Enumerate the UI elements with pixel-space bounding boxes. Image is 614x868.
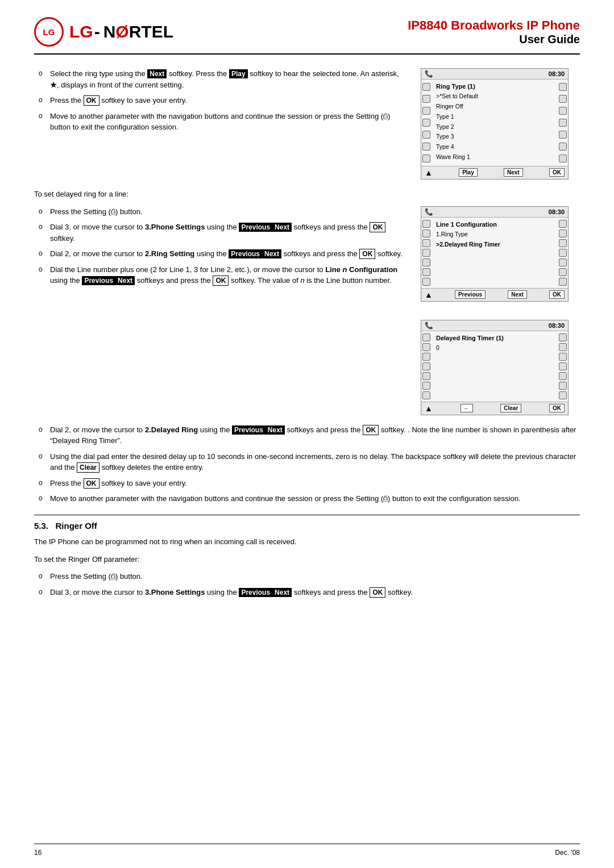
- side-btn: [422, 95, 430, 103]
- lg-logo: LG: [34, 17, 64, 47]
- main-left-col: Press the Setting (⎙) button. Dial 3, or…: [34, 206, 404, 424]
- phone-left-btns-1: [421, 80, 432, 166]
- phone-screen-3: Delayed Ring Timer (1) 0: [421, 331, 568, 402]
- side-btn: [559, 333, 567, 341]
- phone-bottom-bar-1: ▲ Play Next OK: [421, 166, 568, 179]
- brand-separator: -: [94, 22, 100, 41]
- side-btn: [559, 155, 567, 162]
- softkey-ok-3[interactable]: OK: [549, 404, 565, 412]
- softkey-previous-2[interactable]: Previous: [455, 290, 486, 299]
- phone-time-1: 08:30: [549, 70, 565, 77]
- previous-key: Previous: [232, 425, 265, 435]
- phone-left-btns-3: [421, 331, 432, 402]
- ok-key: OK: [84, 95, 99, 106]
- phone-bottom-bar-2: ▲ Previous Next OK: [421, 288, 568, 301]
- phone-mockup-1: 📞 08:30 Ring Type (1): [421, 68, 569, 180]
- phone-screen-title-1: Ring Type (1): [436, 83, 553, 90]
- ok-key: OK: [84, 478, 99, 489]
- phone-menu-3: 0: [436, 343, 553, 353]
- side-btn: [559, 220, 567, 228]
- side-btn: [422, 268, 430, 276]
- section-divider: [34, 515, 580, 515]
- previous-key: Previous: [239, 223, 272, 232]
- side-btn: [422, 83, 430, 91]
- phone-content-2: Line 1 Configuration 1.Ring Type >2.Dela…: [432, 218, 558, 288]
- phone-time-2: 08:30: [549, 208, 565, 215]
- main-bullet-list: Press the Setting (⎙) button. Dial 3, or…: [34, 206, 404, 286]
- menu-item: >*Set to Default: [436, 91, 553, 102]
- menu-item: 0: [436, 343, 553, 353]
- side-btn: [422, 333, 430, 341]
- bullet-item: Dial 3, or move the cursor to 3.Phone Se…: [34, 587, 580, 598]
- side-btn: [422, 119, 430, 127]
- phone-screen-2: Line 1 Configuration 1.Ring Type >2.Dela…: [421, 218, 568, 288]
- side-btn: [559, 353, 567, 361]
- ringer-off-intro: To set the Ringer Off parameter:: [34, 554, 580, 566]
- sub-title: User Guide: [408, 33, 580, 46]
- softkey-ok-2[interactable]: OK: [549, 290, 565, 299]
- previous-key: Previous: [82, 276, 115, 285]
- side-btn: [559, 258, 567, 266]
- softkey-next-2[interactable]: Next: [508, 290, 527, 299]
- softkey-back-3[interactable]: ←: [460, 404, 473, 412]
- side-btn: [422, 391, 430, 399]
- bottom-bullet-list: Dial 2, or move the cursor to 2.Delayed …: [34, 424, 580, 504]
- bullet-item: Dial 2, or move the cursor to 2.Ring Set…: [34, 248, 404, 260]
- footer: 16 Dec. '08: [34, 844, 580, 857]
- softkey-clear-3[interactable]: Clear: [500, 404, 521, 412]
- phone-handset-icon-2: 📞: [425, 208, 433, 216]
- brand-name-lg: LG: [69, 22, 93, 41]
- bullet-item: Dial 3, or move the cursor to 3.Phone Se…: [34, 222, 404, 244]
- intro-bullet-list: Select the ring type using the Next soft…: [34, 68, 404, 133]
- phone-right-btns-1: [558, 80, 568, 166]
- menu-item: Type 4: [436, 142, 553, 152]
- side-btn: [422, 249, 430, 257]
- phone-screen-title-2: Line 1 Configuration: [436, 221, 553, 228]
- bullet-item: Press the Setting (⎙) button.: [34, 206, 404, 218]
- play-key: Play: [229, 69, 248, 78]
- nav-up-icon-2: ▲: [425, 290, 433, 299]
- ringer-off-heading: 5.3. Ringer Off: [34, 521, 580, 531]
- phone-handset-icon: 📞: [425, 70, 433, 78]
- ok-key: OK: [370, 587, 385, 598]
- side-btn: [422, 131, 430, 139]
- side-btn: [559, 239, 567, 247]
- nav-up-icon: ▲: [425, 168, 433, 177]
- phone-top-bar-2: 📞 08:30: [421, 207, 568, 218]
- bullet-item: Press the OK softkey to save your entry.: [34, 478, 580, 489]
- main-right-col: 📞 08:30 Line 1 Configuration: [421, 206, 580, 424]
- side-btn: [422, 372, 430, 380]
- side-btn: [422, 155, 430, 162]
- side-btn: [559, 83, 567, 91]
- side-btn: [559, 382, 567, 390]
- side-btn: [559, 95, 567, 103]
- bullet-item: Move to another parameter with the navig…: [34, 493, 580, 504]
- phone-screen-1: Ring Type (1) >*Set to Default Ringer Of…: [421, 80, 568, 166]
- main-section: Press the Setting (⎙) button. Dial 3, or…: [34, 206, 580, 424]
- side-btn: [422, 143, 430, 151]
- top-section: Select the ring type using the Next soft…: [34, 68, 580, 189]
- menu-item: Type 1: [436, 112, 553, 122]
- bullet-item: Press the OK softkey to save your entry.: [34, 95, 404, 106]
- phone-top-bar-3: 📞 08:30: [421, 320, 568, 331]
- side-btn: [559, 391, 567, 399]
- phone-top-bar-1: 📞 08:30: [421, 69, 568, 80]
- menu-item: Type 2: [436, 122, 553, 132]
- phone-menu-1: >*Set to Default Ringer Off Type 1 Type …: [436, 91, 553, 162]
- next-key: Next: [272, 223, 292, 232]
- delayed-ring-intro: To set delayed ring for a line:: [34, 189, 580, 201]
- next-key: Next: [115, 276, 135, 285]
- page-number: 16: [34, 849, 42, 857]
- bottom-bullets-section: Dial 2, or move the cursor to 2.Delayed …: [34, 424, 580, 504]
- menu-item: Type 3: [436, 132, 553, 142]
- next-key: Next: [272, 588, 292, 597]
- phone-content-1: Ring Type (1) >*Set to Default Ringer Of…: [432, 80, 558, 166]
- side-btn: [559, 143, 567, 151]
- bullet-item: Select the ring type using the Next soft…: [34, 68, 404, 90]
- softkey-next[interactable]: Next: [504, 168, 523, 177]
- softkey-ok[interactable]: OK: [549, 168, 565, 177]
- bullet-item: Dial 2, or move the cursor to 2.Delayed …: [34, 424, 580, 446]
- softkey-play[interactable]: Play: [459, 168, 478, 177]
- next-key: Next: [147, 69, 167, 78]
- bullet-item: Press the Setting (⎙) button.: [34, 571, 580, 582]
